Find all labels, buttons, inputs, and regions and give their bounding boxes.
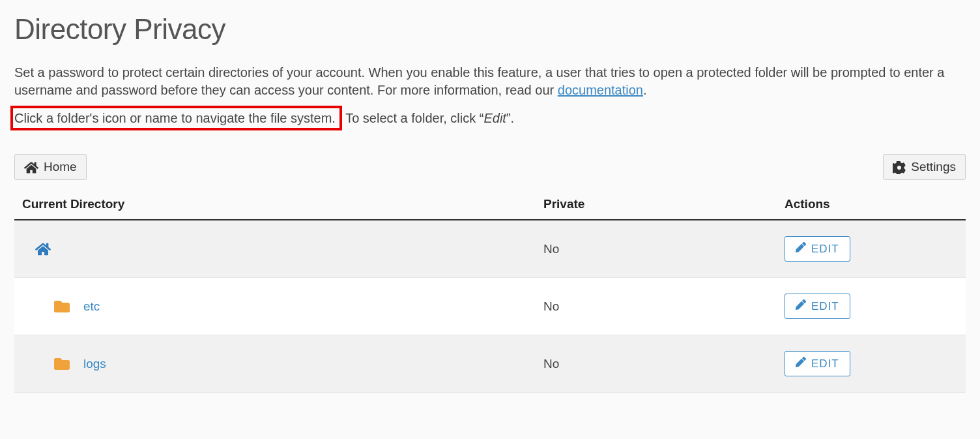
pencil-icon — [796, 299, 806, 313]
page-title: Directory Privacy — [14, 13, 966, 46]
private-cell: No — [536, 220, 777, 278]
edit-button[interactable]: EDIT — [785, 236, 850, 262]
page-description: Set a password to protect certain direct… — [14, 64, 966, 99]
home-button[interactable]: Home — [14, 154, 87, 180]
edit-button-label: EDIT — [811, 300, 839, 313]
table-row: No EDIT — [14, 220, 966, 278]
gear-icon — [893, 160, 906, 174]
instruction-highlighted: Click a folder's icon or name to navigat… — [10, 106, 342, 130]
table-row: logs No EDIT — [14, 335, 966, 393]
home-button-label: Home — [44, 160, 77, 174]
description-text-2: . — [643, 83, 647, 97]
home-icon[interactable] — [22, 241, 51, 256]
instruction-text: Click a folder's icon or name to navigat… — [14, 108, 966, 128]
private-cell: No — [536, 278, 777, 335]
instruction-rest-1: To select a folder, click “ — [342, 111, 484, 125]
instruction-edit-word: Edit — [483, 111, 506, 125]
home-icon — [24, 160, 38, 174]
settings-button-label: Settings — [911, 160, 956, 174]
instruction-rest-2: ”. — [506, 111, 514, 125]
toolbar: Home Settings — [14, 154, 966, 180]
edit-button-label: EDIT — [811, 357, 839, 371]
column-header-actions: Actions — [777, 190, 966, 220]
pencil-icon — [796, 357, 806, 371]
edit-button[interactable]: EDIT — [785, 351, 850, 376]
folder-icon[interactable] — [22, 356, 72, 372]
table-row: etc No EDIT — [14, 278, 966, 335]
private-cell: No — [536, 335, 777, 393]
settings-button[interactable]: Settings — [883, 154, 966, 180]
directory-table: Current Directory Private Actions No — [14, 190, 966, 393]
column-header-current-directory: Current Directory — [14, 190, 536, 220]
description-text-1: Set a password to protect certain direct… — [14, 65, 944, 97]
edit-button-label: EDIT — [811, 243, 839, 256]
pencil-icon — [796, 242, 806, 256]
edit-button[interactable]: EDIT — [785, 294, 850, 319]
folder-name-link[interactable]: logs — [83, 357, 106, 371]
folder-name-link[interactable]: etc — [83, 299, 100, 314]
folder-icon[interactable] — [22, 299, 72, 314]
documentation-link[interactable]: documentation — [558, 83, 643, 97]
column-header-private: Private — [536, 190, 777, 220]
